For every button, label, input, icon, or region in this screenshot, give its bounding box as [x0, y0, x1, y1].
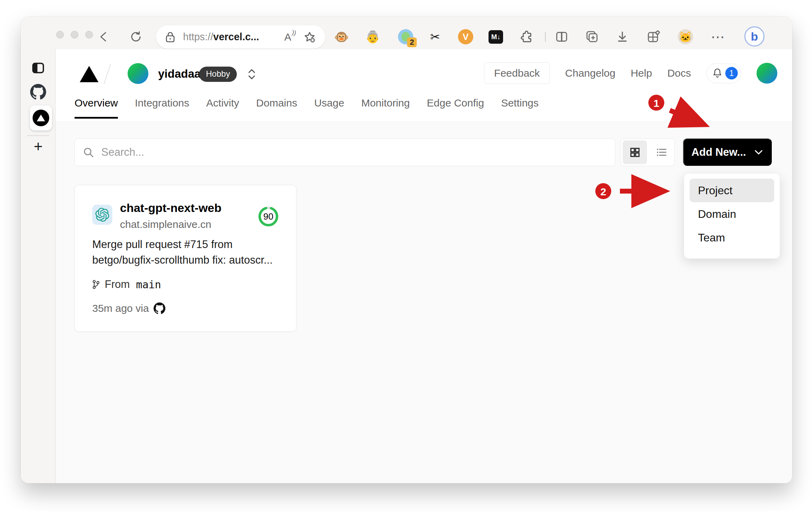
toolbar-divider [545, 32, 546, 42]
lighthouse-score[interactable]: 90 [258, 206, 279, 227]
read-aloud-icon[interactable]: A)) [284, 31, 291, 43]
bing-copilot-icon[interactable]: b [744, 26, 765, 46]
tab-overview[interactable]: Overview [75, 97, 118, 119]
tab-activity[interactable]: Activity [206, 97, 239, 119]
browser-window: https://vercel.c... A)) 🐵 👵 2 ✂ V M↓ [21, 17, 792, 483]
tab-settings[interactable]: Settings [501, 97, 538, 119]
search-input[interactable] [101, 146, 587, 159]
tab-edge-config[interactable]: Edge Config [427, 97, 484, 119]
extension-monkey-icon[interactable]: 🐵 [333, 28, 350, 45]
vercel-content: Add New... Project Domain Team chat-gpt-… [55, 122, 792, 483]
project-domain[interactable]: chat.simplenaive.cn [120, 219, 211, 230]
back-icon[interactable] [96, 29, 112, 44]
browser-body: + yidadaa Hobby Feedback Changelog Help … [21, 49, 792, 483]
branch-prefix: From [105, 278, 130, 291]
team-avatar[interactable] [128, 63, 148, 84]
view-toggle [621, 138, 675, 166]
bell-icon [712, 68, 723, 79]
search-box[interactable] [75, 138, 615, 166]
tab-integrations[interactable]: Integrations [135, 97, 189, 119]
browser-sidebar: + [21, 49, 55, 483]
translate-badge: 2 [407, 37, 417, 47]
lock-icon [165, 31, 175, 43]
openai-icon [95, 208, 109, 222]
plan-badge: Hobby [199, 67, 237, 82]
profile-avatar[interactable]: 🐱 [677, 28, 694, 45]
vercel-favicon [33, 110, 49, 126]
sidebar-toggle-icon[interactable] [21, 60, 55, 76]
team-switcher-icon[interactable] [245, 65, 258, 84]
github-icon [154, 302, 165, 314]
extension-translate-icon[interactable]: 2 [397, 28, 414, 45]
deploy-time: 35m ago via [92, 302, 149, 314]
commit-message[interactable]: Merge pull request #715 from betgo/bugfi… [92, 237, 276, 268]
nav-tabs: Overview Integrations Activity Domains U… [75, 97, 539, 119]
project-name[interactable]: chat-gpt-next-web [120, 201, 222, 215]
browser-toolbar: https://vercel.c... A)) 🐵 👵 2 ✂ V M↓ [21, 17, 792, 49]
branch-row: From main [92, 278, 161, 291]
grid-view-button[interactable] [623, 140, 647, 164]
list-view-button[interactable] [649, 139, 674, 166]
tab-domains[interactable]: Domains [256, 97, 297, 119]
feedback-button[interactable]: Feedback [484, 62, 550, 84]
project-card[interactable]: chat-gpt-next-web chat.simplenaive.cn 90… [75, 185, 296, 332]
card-footer: 35m ago via [92, 302, 165, 314]
vercel-header: yidadaa Hobby Feedback Changelog Help Do… [55, 49, 792, 122]
url-text: https://vercel.c... [183, 31, 259, 43]
extension-scissors-icon[interactable]: ✂ [427, 28, 443, 45]
branch-name[interactable]: main [136, 279, 161, 291]
tab-monitoring[interactable]: Monitoring [361, 97, 410, 119]
team-name[interactable]: yidadaa [158, 67, 201, 80]
git-branch-icon [92, 279, 101, 290]
add-new-dropdown: Project Domain Team [684, 173, 780, 259]
extension-markdown-icon[interactable]: M↓ [487, 28, 504, 45]
dropdown-item-project[interactable]: Project [690, 179, 774, 202]
github-tab-icon[interactable] [21, 84, 55, 100]
vercel-tab-active[interactable] [30, 105, 52, 130]
project-favicon [92, 205, 112, 225]
help-link[interactable]: Help [631, 67, 652, 79]
extension-person-icon[interactable]: 👵 [364, 28, 381, 45]
user-avatar[interactable] [757, 63, 777, 84]
traffic-light-minimize[interactable] [71, 31, 78, 39]
grid-view-icon [629, 146, 641, 158]
dropdown-item-domain[interactable]: Domain [690, 202, 774, 226]
traffic-light-zoom[interactable] [85, 31, 93, 39]
chevron-down-icon [754, 149, 763, 156]
search-icon [83, 146, 94, 158]
refresh-icon[interactable] [128, 29, 144, 44]
dropdown-item-team[interactable]: Team [690, 226, 774, 249]
downloads-icon[interactable] [614, 28, 631, 45]
tab-usage[interactable]: Usage [314, 97, 344, 119]
breadcrumb-slash [103, 63, 111, 84]
traffic-light-close[interactable] [56, 31, 64, 39]
changelog-link[interactable]: Changelog [565, 67, 615, 79]
notifications-button[interactable]: 1 [706, 63, 741, 83]
split-screen-icon[interactable] [553, 28, 570, 45]
sidebar-divider [27, 135, 49, 136]
add-new-button[interactable]: Add New... [683, 138, 772, 166]
new-tab-button[interactable]: + [21, 138, 55, 155]
more-options-icon[interactable]: ⋯ [709, 28, 726, 45]
notification-count: 1 [725, 67, 738, 79]
vercel-page: yidadaa Hobby Feedback Changelog Help Do… [55, 49, 792, 483]
extension-v-icon[interactable]: V [457, 28, 474, 45]
desktop: { "browser": { "address": { "scheme": "h… [0, 0, 812, 512]
address-bar[interactable]: https://vercel.c... A)) [156, 25, 325, 49]
extensions-puzzle-icon[interactable] [519, 28, 535, 45]
collections-icon[interactable] [584, 28, 600, 45]
list-view-icon [655, 146, 668, 158]
score-value: 90 [258, 206, 279, 227]
vercel-logo[interactable] [80, 66, 98, 82]
favorite-star-icon[interactable] [303, 31, 316, 44]
workspaces-icon[interactable] [645, 28, 662, 45]
docs-link[interactable]: Docs [667, 67, 691, 79]
